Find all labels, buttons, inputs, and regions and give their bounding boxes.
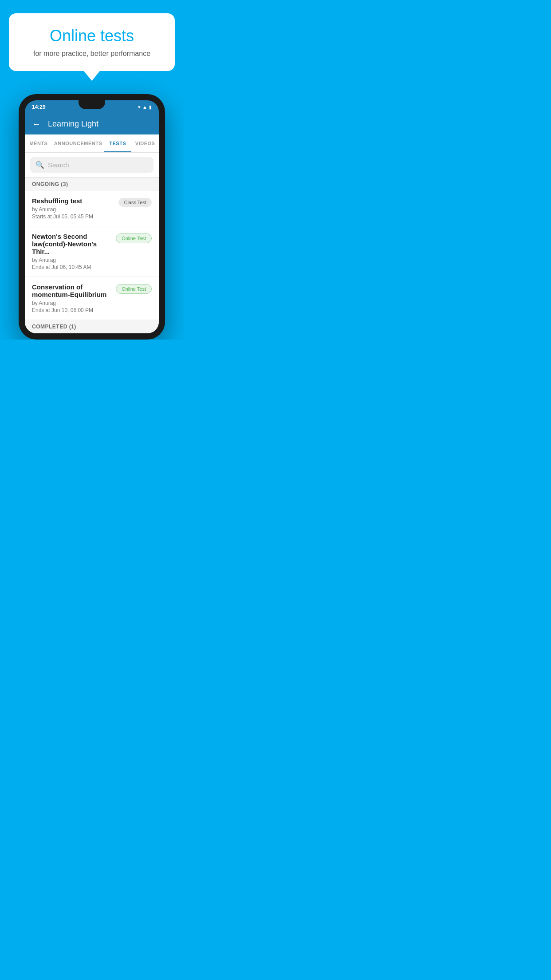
test-badge-newton: Online Test [116,233,152,243]
test-author-newton: by Anurag [32,257,111,263]
back-button[interactable]: ← [32,119,41,129]
test-info-conservation: Conservation of momentum-Equilibrium by … [32,283,116,313]
search-bar[interactable]: 🔍 Search [30,157,153,173]
test-item-reshuffling[interactable]: Reshuffling test by Anurag Starts at Jul… [25,191,159,226]
wifi-icon: ▾ [138,104,141,110]
phone-screen: ← Learning Light MENTS ANNOUNCEMENTS TES… [25,114,159,333]
test-name-reshuffling: Reshuffling test [32,197,114,205]
test-date-reshuffling: Starts at Jul 05, 05:45 PM [32,213,114,220]
completed-section-label: COMPLETED (1) [25,320,159,333]
status-bar: 14:29 ▾ ▲ ▮ [25,100,159,114]
tab-videos[interactable]: VIDEOS [131,134,159,152]
speech-bubble-container: Online tests for more practice, better p… [9,13,175,81]
tabs-bar: MENTS ANNOUNCEMENTS TESTS VIDEOS [25,134,159,153]
status-icons: ▾ ▲ ▮ [138,104,152,110]
test-author-reshuffling: by Anurag [32,206,114,213]
signal-icon: ▲ [142,104,147,110]
test-date-newton: Ends at Jul 06, 10:45 AM [32,264,111,270]
speech-bubble-subtitle: for more practice, better performance [27,50,157,58]
test-author-conservation: by Anurag [32,300,111,306]
phone-frame: 14:29 ▾ ▲ ▮ ← Learning Light MENTS ANNOU… [19,94,165,340]
test-list: Reshuffling test by Anurag Starts at Jul… [25,191,159,320]
tab-tests[interactable]: TESTS [104,134,131,152]
phone-notch [79,100,105,109]
tab-ments[interactable]: MENTS [25,134,52,152]
test-item-newton[interactable]: Newton's Second law(contd)-Newton's Thir… [25,226,159,277]
ongoing-section-label: ONGOING (3) [25,178,159,191]
tab-announcements[interactable]: ANNOUNCEMENTS [52,134,104,152]
search-icon: 🔍 [35,161,44,169]
speech-bubble-title: Online tests [27,27,157,45]
test-name-conservation: Conservation of momentum-Equilibrium [32,283,111,298]
battery-icon: ▮ [149,104,152,110]
test-info-newton: Newton's Second law(contd)-Newton's Thir… [32,233,116,270]
test-date-conservation: Ends at Jun 10, 06:00 PM [32,307,111,313]
app-title: Learning Light [48,119,98,129]
speech-bubble: Online tests for more practice, better p… [9,13,175,71]
search-placeholder: Search [48,161,69,169]
test-badge-conservation: Online Test [116,284,152,294]
test-badge-reshuffling: Class Test [118,198,152,207]
test-name-newton: Newton's Second law(contd)-Newton's Thir… [32,233,111,255]
search-bar-container: 🔍 Search [25,153,159,178]
test-item-conservation[interactable]: Conservation of momentum-Equilibrium by … [25,277,159,320]
test-info-reshuffling: Reshuffling test by Anurag Starts at Jul… [32,197,118,220]
speech-bubble-arrow [84,71,100,81]
app-header: ← Learning Light [25,114,159,134]
status-time: 14:29 [32,104,46,110]
